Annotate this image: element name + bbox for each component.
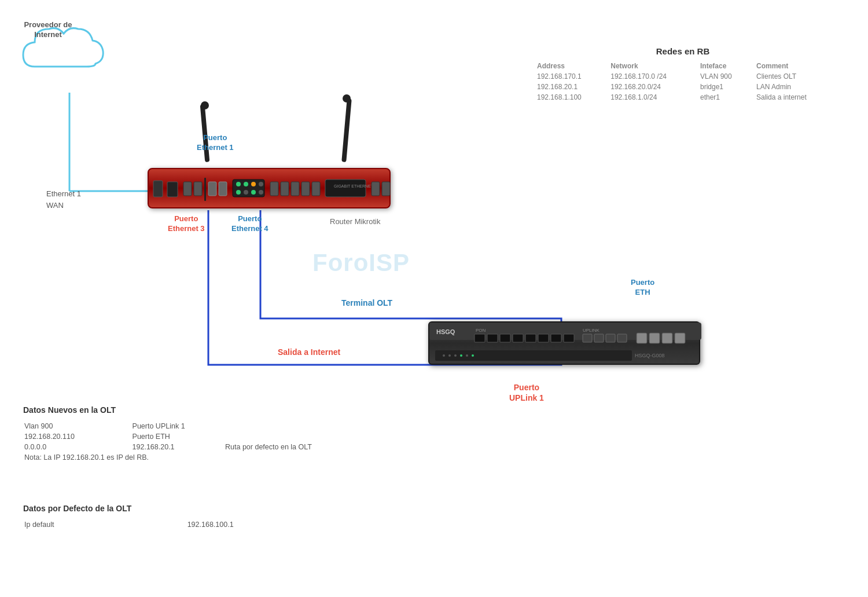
- svg-point-15: [244, 190, 248, 195]
- svg-rect-18: [270, 182, 278, 196]
- table-row: 0.0.0.0 192.168.20.1 Ruta por defecto en…: [24, 442, 369, 452]
- svg-point-17: [259, 190, 263, 195]
- table-row: 192.168.20.1 192.168.20.0/24 bridge1 LAN…: [532, 82, 833, 92]
- svg-rect-23: [325, 180, 366, 197]
- svg-rect-7: [208, 182, 216, 196]
- cell: Puerto UPLink 1: [133, 422, 224, 431]
- svg-point-52: [460, 354, 462, 357]
- svg-point-49: [443, 354, 445, 357]
- port-eth-label: Puerto ETH: [631, 278, 654, 298]
- svg-point-53: [466, 354, 468, 357]
- svg-rect-39: [583, 334, 592, 342]
- eth1-wan-label: Ethernet 1 WAN: [46, 188, 81, 211]
- cell-network-1: 192.168.170.0 /24: [606, 71, 696, 82]
- svg-rect-46: [675, 333, 685, 343]
- cell: Vlan 900: [24, 422, 131, 431]
- cell: 192.168.100.1: [187, 520, 311, 529]
- svg-rect-21: [301, 182, 310, 196]
- watermark: ForoISP: [312, 249, 410, 277]
- svg-rect-2: [153, 181, 163, 197]
- cell-address-2: 192.168.20.1: [532, 82, 606, 92]
- cell-network-2: 192.168.20.0/24: [606, 82, 696, 92]
- svg-rect-4: [183, 182, 192, 196]
- redes-rb-title: Redes en RB: [532, 46, 833, 56]
- svg-rect-35: [538, 334, 549, 342]
- datos-defecto-section: Datos por Defecto de la OLT Ip default 1…: [23, 504, 312, 530]
- svg-rect-42: [617, 334, 627, 342]
- svg-text:GIGABIT ETHERNET: GIGABIT ETHERNET: [334, 184, 374, 188]
- port-uplink-label: Puerto UPLink 1: [509, 382, 544, 403]
- svg-rect-31: [487, 334, 498, 342]
- svg-rect-6: [204, 178, 206, 201]
- col-header-address: Address: [532, 61, 606, 71]
- cell-interface-1: VLAN 900: [696, 71, 752, 82]
- cell: Ip default: [24, 520, 186, 529]
- cell: 192.168.20.1: [133, 442, 224, 452]
- svg-point-16: [251, 190, 256, 195]
- svg-point-14: [236, 190, 241, 195]
- cell: [225, 422, 369, 431]
- table-row: Ip default 192.168.100.1: [24, 520, 311, 529]
- datos-nuevos-title: Datos Nuevos en la OLT: [23, 405, 370, 415]
- svg-rect-34: [525, 334, 536, 342]
- cell-interface-3: ether1: [696, 92, 752, 102]
- col-header-network: Network: [606, 61, 696, 71]
- cell-comment-1: Clientes OLT: [752, 71, 833, 82]
- table-row: 192.168.1.100 192.168.1.0/24 ether1 Sali…: [532, 92, 833, 102]
- svg-rect-41: [606, 334, 615, 342]
- datos-nuevos-section: Datos Nuevos en la OLT Vlan 900 Puerto U…: [23, 405, 370, 463]
- router-antenna-ball-left: [201, 101, 209, 109]
- svg-point-50: [448, 354, 451, 357]
- svg-text:PON: PON: [476, 328, 486, 333]
- svg-point-54: [472, 354, 474, 357]
- svg-rect-26: [382, 182, 390, 196]
- svg-rect-30: [475, 334, 485, 342]
- port-eth4-label: Puerto Ethernet 4: [231, 214, 269, 234]
- svg-rect-19: [281, 182, 289, 196]
- redes-rb-table: Address Network Inteface Comment 192.168…: [532, 61, 833, 102]
- table-row: 192.168.170.1 192.168.170.0 /24 VLAN 900…: [532, 71, 833, 82]
- datos-nuevos-table: Vlan 900 Puerto UPLink 1 192.168.20.110 …: [23, 420, 370, 463]
- cell-address-1: 192.168.170.1: [532, 71, 606, 82]
- cell: 192.168.20.110: [24, 432, 131, 441]
- cell: Ruta por defecto en la OLT: [225, 442, 369, 452]
- svg-text:HSGQ: HSGQ: [436, 328, 455, 335]
- svg-point-12: [251, 182, 256, 186]
- table-row: Vlan 900 Puerto UPLink 1: [24, 422, 369, 431]
- svg-rect-45: [662, 333, 672, 343]
- svg-rect-32: [500, 334, 510, 342]
- port-eth3-label: Puerto Ethernet 3: [168, 214, 205, 234]
- diagram-container: Proveedor de Internet Ethernet 1 WAN Red…: [0, 0, 868, 597]
- port-eth1-label: Puerto Ethernet 1: [197, 133, 234, 153]
- svg-point-51: [454, 354, 457, 357]
- svg-text:UPLINK: UPLINK: [583, 328, 600, 333]
- svg-rect-22: [312, 182, 320, 196]
- svg-rect-5: [194, 182, 202, 196]
- olt-body: HSGQ PON UPLINK HSGQ-G008: [428, 321, 700, 365]
- cell-interface-2: bridge1: [696, 82, 752, 92]
- router-body: GIGABIT ETHERNET: [148, 168, 391, 208]
- svg-point-10: [236, 182, 241, 186]
- cell-network-3: 192.168.1.0/24: [606, 92, 696, 102]
- svg-rect-3: [167, 182, 178, 197]
- col-header-interface: Inteface: [696, 61, 752, 71]
- svg-rect-20: [291, 182, 299, 196]
- router-antenna-ball-right: [343, 94, 351, 102]
- terminal-olt-label: Terminal OLT: [341, 298, 392, 307]
- svg-rect-40: [594, 334, 604, 342]
- svg-rect-25: [372, 182, 380, 196]
- svg-rect-48: [435, 350, 632, 361]
- cell: [225, 432, 369, 441]
- nota-cell: Nota: La IP 192.168.20.1 es IP del RB.: [24, 453, 369, 462]
- redes-rb-section: Redes en RB Address Network Inteface Com…: [532, 46, 833, 102]
- svg-rect-43: [637, 333, 647, 343]
- svg-text:HSGQ-G008: HSGQ-G008: [635, 353, 665, 358]
- table-row: Nota: La IP 192.168.20.1 es IP del RB.: [24, 453, 369, 462]
- cell: 0.0.0.0: [24, 442, 131, 452]
- router-label: Router Mikrotik: [330, 217, 380, 226]
- router-antenna-right: [341, 98, 352, 162]
- svg-rect-37: [564, 334, 574, 342]
- datos-defecto-table: Ip default 192.168.100.1: [23, 519, 312, 530]
- cell: Puerto ETH: [133, 432, 224, 441]
- svg-rect-8: [219, 182, 227, 196]
